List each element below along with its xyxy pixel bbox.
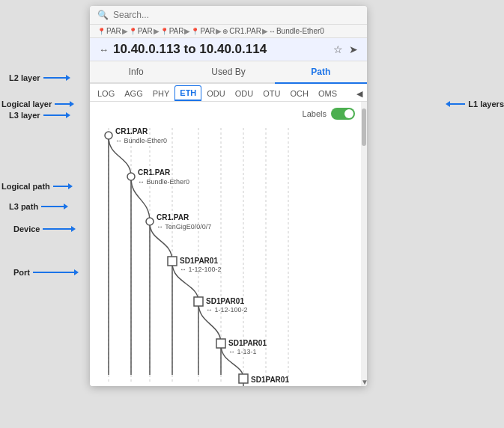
layer-tabs-bar: LOG AGG PHY ETH ODU ODU OTU OCH: [90, 84, 367, 102]
l2-layer-label: L2 layer: [9, 73, 70, 82]
address-text: 10.40.0.113 to 10.40.0.114: [113, 42, 267, 57]
svg-point-19: [127, 173, 135, 180]
labels-toggle[interactable]: Labels: [303, 108, 355, 120]
svg-text:↔ Bundle-Ether0: ↔ Bundle-Ether0: [115, 137, 167, 144]
logical-layer-label: Logical layer: [1, 100, 74, 108]
svg-rect-31: [216, 339, 225, 348]
main-panel: 🔍 📍 PAR ▶ 📍 PAR ▶ 📍 PAR ▶ 📍 PAR ▶ ⊕ CR1.…: [90, 6, 367, 386]
search-icon: 🔍: [97, 10, 109, 20]
svg-text:↔ Bundle-Ether0: ↔ Bundle-Ether0: [138, 178, 189, 186]
path-diagram-svg: CR1.PAR ↔ Bundle-Ether0 CR1.PAR ↔ Bundle…: [90, 102, 344, 386]
svg-rect-28: [194, 297, 203, 306]
toggle-switch[interactable]: [331, 108, 355, 120]
search-bar: 🔍: [90, 6, 367, 25]
search-input[interactable]: [113, 10, 359, 20]
svg-text:↔ 1-12-100-2: ↔ 1-12-100-2: [206, 306, 248, 314]
layer-tab-oms[interactable]: OMS: [314, 86, 341, 101]
svg-rect-34: [239, 374, 248, 383]
address-link-icon: ↔: [99, 44, 109, 55]
svg-text:CR1.PAR: CR1.PAR: [115, 127, 148, 135]
address-bar: ↔ 10.40.0.113 to 10.40.0.114 ☆ ➤: [90, 38, 367, 61]
svg-text:CR1.PAR: CR1.PAR: [157, 213, 189, 221]
layer-tab-phy[interactable]: PHY: [148, 86, 174, 101]
breadcrumb-icon5: ⊕: [222, 28, 228, 35]
svg-text:↔ TenGigE0/0/0/7: ↔ TenGigE0/0/0/7: [157, 223, 211, 230]
navigate-button[interactable]: ➤: [349, 43, 358, 55]
main-tabs: Info Used By Path: [90, 61, 367, 84]
svg-point-22: [146, 218, 154, 225]
svg-text:↔ 1-13-1: ↔ 1-13-1: [228, 348, 257, 355]
layer-tab-otu[interactable]: OTU: [258, 86, 285, 101]
toggle-knob: [344, 109, 353, 118]
breadcrumb: 📍 PAR ▶ 📍 PAR ▶ 📍 PAR ▶ 📍 PAR ▶ ⊕ CR1.PA…: [90, 25, 367, 38]
breadcrumb-icon4: 📍: [191, 28, 199, 35]
breadcrumb-icon: 📍: [97, 28, 106, 35]
breadcrumb-icon2: 📍: [129, 28, 137, 35]
path-content: Labels: [90, 102, 367, 386]
layer-tab-odu1[interactable]: ODU: [202, 86, 229, 101]
l3-path-label: L3 path: [9, 202, 68, 211]
breadcrumb-icon3: 📍: [160, 28, 168, 35]
svg-text:SD1PAR01: SD1PAR01: [228, 339, 267, 347]
svg-text:CR1.PAR: CR1.PAR: [138, 168, 171, 177]
l1-layers-label: L1 layers: [446, 100, 504, 108]
layer-tab-log[interactable]: LOG: [93, 86, 119, 101]
logical-path-label: Logical path: [1, 182, 73, 191]
svg-rect-25: [168, 257, 177, 266]
layer-tab-och[interactable]: OCH: [285, 86, 312, 101]
svg-text:SD1PAR01: SD1PAR01: [206, 297, 244, 305]
svg-text:SD1PAR01: SD1PAR01: [251, 376, 289, 384]
svg-text:↔ 1-12-100-2: ↔ 1-12-100-2: [180, 266, 222, 273]
layer-tab-eth[interactable]: ETH: [174, 85, 201, 101]
layer-tab-agg[interactable]: AGG: [120, 86, 147, 101]
breadcrumb-link-icon: ↔: [269, 28, 276, 35]
tab-used-by[interactable]: Used By: [182, 61, 274, 84]
star-button[interactable]: ☆: [333, 43, 343, 55]
svg-point-16: [105, 132, 112, 139]
port-label: Port: [13, 268, 79, 277]
scroll-left-arrow[interactable]: ◀: [355, 87, 364, 101]
scroll-down-arrow[interactable]: ▼: [361, 378, 367, 386]
device-label: Device: [13, 224, 76, 233]
scrollbar[interactable]: ▼: [361, 102, 367, 386]
svg-text:SD1PAR01: SD1PAR01: [180, 257, 218, 265]
tab-info[interactable]: Info: [90, 61, 182, 84]
labels-text: Labels: [303, 109, 327, 118]
scroll-thumb[interactable]: [362, 108, 366, 146]
tab-path[interactable]: Path: [275, 61, 367, 84]
layer-tab-odu2[interactable]: ODU: [231, 86, 258, 101]
l3-layer-label: L3 layer: [9, 111, 70, 120]
